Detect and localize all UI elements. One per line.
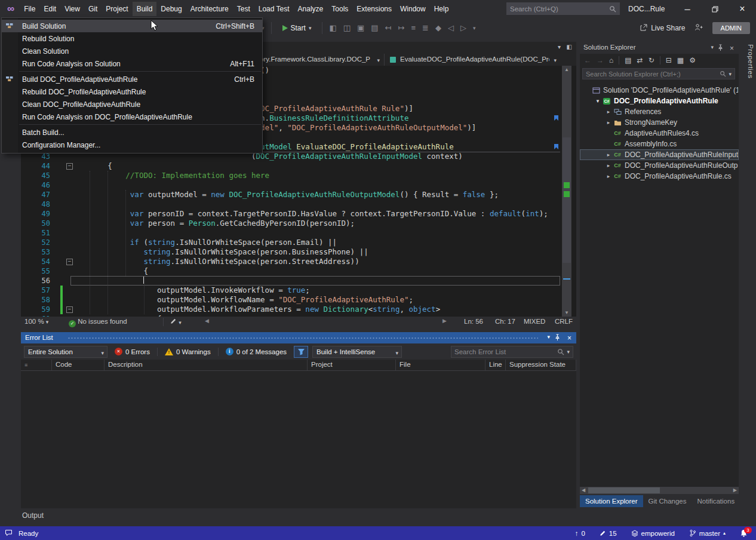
code-line-50[interactable]: 50 var person = Person.GetCachedByPerson… [21,219,562,228]
float-window-icon[interactable]: ◧ [567,44,572,50]
refresh-icon[interactable]: ↻ [649,56,654,65]
tree-item-doc-profileadaptiveauthruleinputmodel-cs[interactable]: ▸C#DOC_ProfileAdaptiveAuthRuleInputModel… [580,149,739,160]
issues-indicator[interactable]: ✓ No issues found [69,318,127,327]
indent-icon[interactable]: ↦ [398,23,405,32]
tree-item-assemblyinfo-cs[interactable]: C#AssemblyInfo.cs [580,139,739,149]
start-debugging-button[interactable]: Start ▾ [278,22,316,34]
scope-dropdown[interactable]: Entire Solution ▾ [24,346,107,358]
line-number[interactable]: 59 [21,305,50,314]
menubar-item-edit[interactable]: Edit [39,2,60,16]
menubar-item-window[interactable]: Window [396,2,430,16]
forward-icon[interactable]: → [597,56,604,65]
member-dropdown[interactable]: EvaluateDOC_ProfileAdaptiveAuthRule(DOC_… [385,54,561,66]
line-number[interactable]: 53 [21,247,50,257]
scroll-right-icon[interactable]: ▶ [442,318,447,324]
edit-pen-dropdown[interactable]: ▾ [170,318,182,326]
menu-item-clean-solution[interactable]: Clean Solution [2,45,262,57]
menubar-item-load-test[interactable]: Load Test [254,2,294,16]
tab-git-changes[interactable]: Git Changes [643,495,692,507]
line-number[interactable]: 57 [21,286,50,295]
collapse-region-icon[interactable]: – [66,306,73,313]
solution-explorer-title-bar[interactable]: Solution Explorer ▾ × [580,42,739,54]
scroll-down-icon[interactable]: ▼ [562,310,571,315]
list-icon[interactable]: ≡ [411,23,416,32]
menubar-item-analyze[interactable]: Analyze [294,2,328,16]
properties-tab[interactable]: Properties [742,44,754,98]
chevron-collapsed-icon[interactable]: ▸ [604,173,613,179]
menu-item-build-solution[interactable]: Build SolutionCtrl+Shift+B [2,20,262,32]
code-line-56[interactable]: 56 [21,276,562,286]
minimize-icon[interactable]: ─ [674,0,701,18]
tab-solution-explorer[interactable]: Solution Explorer [580,495,643,507]
tree-item-solution-doc-profileadaptiveauthrule-1[interactable]: Solution 'DOC_ProfileAdaptiveAuthRule' (… [580,85,739,96]
chevron-expanded-icon[interactable]: ▾ [594,98,602,104]
column-header-code[interactable]: Code [52,360,105,370]
line-number[interactable]: 58 [21,295,50,305]
switch-views-icon[interactable]: ▤ [625,56,631,65]
code-line-57[interactable]: 57 outputModel.InvokeWorkflow = true; [21,286,562,295]
prev-bookmark-icon[interactable]: ◁ [448,23,454,32]
line-number[interactable]: 51 [21,228,50,238]
code-line-53[interactable]: 53 string.IsNullOrWhiteSpace(person.Busi… [21,247,562,257]
messages-toggle[interactable]: i 0 of 2 Messages [223,348,290,355]
line-number[interactable]: 56 [21,276,50,286]
live-share-button[interactable]: Live Share [640,24,685,32]
collapse-region-icon[interactable]: – [66,259,73,265]
filter-button[interactable] [294,346,308,358]
column-header-description[interactable]: Description [105,360,308,370]
menubar-item-help[interactable]: Help [430,2,453,16]
error-list-title-bar[interactable]: Error List ▾ × [21,332,576,343]
branch-picker[interactable]: master ▴ [689,529,726,537]
unindent-icon[interactable]: ↤ [385,23,392,32]
menubar-item-architecture[interactable]: Architecture [186,2,233,16]
code-line-48[interactable]: 48 [21,200,562,209]
pin-icon[interactable] [554,334,561,342]
repository-picker[interactable]: empowerid [631,530,675,537]
tree-item-doc-profileadaptiveauthrule-cs[interactable]: ▸C#DOC_ProfileAdaptiveAuthRule.cs [580,171,739,182]
errors-toggle[interactable]: × 0 Errors [112,348,153,355]
line-number[interactable]: 55 [21,266,50,276]
menu-item-clean-doc-profileadaptiveauthrule[interactable]: Clean DOC_ProfileAdaptiveAuthRule [2,98,262,111]
capture-icon[interactable]: ◫ [343,23,351,32]
menu-item-batch-build[interactable]: Batch Build... [2,126,262,139]
line-number[interactable]: 52 [21,238,50,247]
scroll-up-icon[interactable]: ▲ [562,67,571,72]
maximize-icon[interactable] [701,0,729,18]
tree-item-adaptiveauthrules4-cs[interactable]: C#AdaptiveAuthRules4.cs [580,128,739,139]
menu-item-run-code-analysis-on-doc-profileadaptiveauthrule[interactable]: Run Code Analysis on DOC_ProfileAdaptive… [2,111,262,123]
menubar-item-project[interactable]: Project [102,2,132,16]
notifications-button[interactable]: 3 [740,529,748,537]
tree-item-references[interactable]: ▸References [580,106,739,117]
home-icon[interactable]: ⌂ [609,56,613,65]
bookmark-icon[interactable]: ◆ [435,23,441,32]
code-line-58[interactable]: 58 outputModel.WorkflowName = "DOC_Profi… [21,295,562,305]
menubar-item-view[interactable]: View [60,2,84,16]
apply-changes-icon[interactable]: ◧ [329,23,336,32]
tree-item-doc-profileadaptiveauthrule[interactable]: ▾C#DOC_ProfileAdaptiveAuthRule [580,96,739,106]
pending-edits[interactable]: 15 [600,530,617,537]
scrollbar-thumb[interactable] [588,487,660,493]
chevron-down-icon[interactable]: ▾ [729,71,732,77]
add-user-icon[interactable] [694,23,703,33]
chevron-down-icon[interactable]: ▾ [567,349,570,355]
image-icon[interactable]: ▣ [357,23,364,32]
tree-item-strongnamekey[interactable]: ▸StrongNameKey [580,117,739,128]
source-dropdown[interactable]: Build + IntelliSense ▾ [312,346,402,358]
chevron-collapsed-icon[interactable]: ▸ [604,162,613,168]
code-line-54[interactable]: 54 string.IsNullOrWhiteSpace(person.Stre… [21,257,562,266]
menu-item-run-code-analysis-on-solution[interactable]: Run Code Analysis on SolutionAlt+F11 [2,57,262,70]
code-line-51[interactable]: 51 [21,228,562,238]
menu-item-rebuild-solution[interactable]: Rebuild Solution [2,32,262,45]
menu-item-rebuild-doc-profileadaptiveauthrule[interactable]: Rebuild DOC_ProfileAdaptiveAuthRule [2,85,262,98]
chevron-collapsed-icon[interactable]: ▸ [604,109,613,115]
close-icon[interactable]: × [729,0,756,18]
menubar-item-file[interactable]: File [20,2,39,16]
line-number[interactable]: 49 [21,209,50,219]
solution-explorer-search-box[interactable]: Search Solution Explorer (Ctrl+;) ▾ [582,68,735,79]
next-bookmark-icon[interactable]: ▷ [460,23,466,32]
column-header-file[interactable]: File [396,360,485,370]
pin-icon[interactable] [717,44,724,52]
column-header-project[interactable]: Project [308,360,396,370]
menubar-item-test[interactable]: Test [233,2,254,16]
scroll-left-icon[interactable]: ◀ [582,487,585,493]
